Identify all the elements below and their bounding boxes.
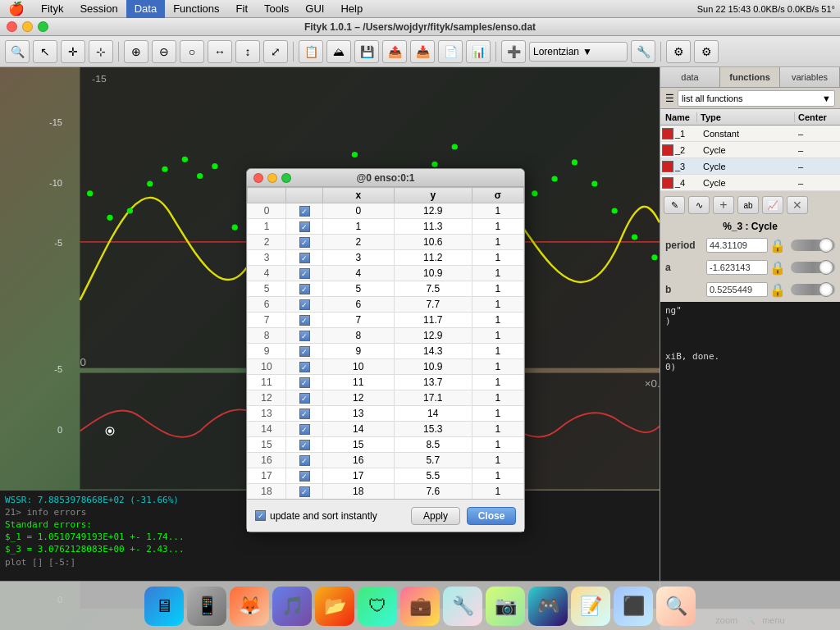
func-text-btn[interactable]: ab (737, 196, 759, 214)
update-sort-checkbox[interactable]: ✓ (255, 510, 266, 521)
tool-zoom-all[interactable]: ⤢ (263, 40, 288, 63)
row-checkbox[interactable]: ✓ (286, 359, 322, 375)
func-row-1[interactable]: _1 Constant – (660, 126, 840, 142)
function-type-combo[interactable]: Lorentzian ▼ (529, 42, 628, 62)
table-row[interactable]: 0 ✓ 0 12.9 1 (248, 203, 524, 219)
tool-import[interactable]: 📥 (410, 40, 435, 63)
modal-maximize-btn[interactable] (281, 173, 291, 183)
param-b-slider[interactable] (791, 284, 835, 295)
table-row[interactable]: 14 ✓ 14 15.3 1 (248, 422, 524, 437)
tool-settings2[interactable]: ⚙ (694, 40, 719, 63)
dock-app7[interactable]: 💼 (400, 587, 440, 626)
menu-fityk[interactable]: Fityk (33, 0, 71, 18)
row-checkbox[interactable]: ✓ (286, 484, 322, 500)
dock-finder[interactable]: 🖥 (144, 587, 184, 626)
row-checkbox[interactable]: ✓ (286, 281, 322, 297)
table-row[interactable]: 4 ✓ 4 10.9 1 (248, 266, 524, 281)
func-row-3[interactable]: _3 Cycle – (660, 158, 840, 175)
row-checkbox[interactable]: ✓ (286, 235, 322, 250)
maximize-button[interactable] (38, 21, 48, 32)
tool-script[interactable]: 📄 (438, 40, 463, 63)
table-row[interactable]: 3 ✓ 3 11.2 1 (248, 250, 524, 266)
table-row[interactable]: 13 ✓ 13 14 1 (248, 406, 524, 422)
table-row[interactable]: 7 ✓ 7 11.7 1 (248, 313, 524, 328)
row-checkbox[interactable]: ✓ (286, 297, 322, 313)
dock-app2[interactable]: 📱 (187, 587, 226, 626)
row-checkbox[interactable]: ✓ (286, 313, 322, 328)
delete-func-btn[interactable]: ✕ (787, 196, 808, 214)
tool-zoom-in[interactable]: ⊕ (124, 40, 148, 63)
row-checkbox[interactable]: ✓ (286, 203, 322, 219)
table-row[interactable]: 6 ✓ 6 7.7 1 (248, 297, 524, 313)
tool-data[interactable]: 📋 (299, 40, 323, 63)
dock-app4[interactable]: 🎵 (272, 587, 312, 626)
apple-menu[interactable]: 🍎 (0, 1, 33, 16)
tool-select[interactable]: ⊹ (89, 40, 113, 63)
table-row[interactable]: 5 ✓ 5 7.5 1 (248, 281, 524, 297)
tool-chart[interactable]: 📊 (466, 40, 491, 63)
add-func-btn[interactable]: + (713, 196, 734, 214)
close-button[interactable] (7, 21, 17, 32)
dock-app13[interactable]: 🔍 (656, 587, 696, 626)
close-button[interactable]: Close (467, 507, 516, 525)
row-checkbox[interactable]: ✓ (286, 453, 322, 468)
dock-app6[interactable]: 🛡 (358, 587, 397, 626)
table-row[interactable]: 8 ✓ 8 12.9 1 (248, 328, 524, 344)
tool-settings1[interactable]: ⚙ (666, 40, 691, 63)
table-row[interactable]: 9 ✓ 9 14.3 1 (248, 344, 524, 359)
param-period-lock-icon[interactable]: 🔒 (769, 238, 786, 253)
row-checkbox[interactable]: ✓ (286, 219, 322, 235)
table-row[interactable]: 12 ✓ 12 17.1 1 (248, 390, 524, 406)
data-table-wrapper[interactable]: x y σ 0 ✓ 0 12.9 1 1 ✓ 1 11.3 1 2 ✓ 2 10… (247, 187, 524, 499)
row-checkbox[interactable]: ✓ (286, 406, 322, 422)
tool-zoom-x[interactable]: ↔ (208, 40, 232, 63)
dock-app10[interactable]: 🎮 (528, 587, 568, 626)
table-row[interactable]: 17 ✓ 17 5.5 1 (248, 468, 524, 484)
param-a-value[interactable]: -1.623143 (706, 260, 768, 275)
apply-button[interactable]: Apply (411, 507, 460, 525)
menu-gui[interactable]: GUI (297, 0, 332, 18)
tool-wrench[interactable]: 🔧 (631, 40, 655, 63)
param-a-slider[interactable] (791, 262, 835, 273)
row-checkbox[interactable]: ✓ (286, 422, 322, 437)
table-row[interactable]: 2 ✓ 2 10.6 1 (248, 235, 524, 250)
tool-zoom-fit[interactable]: 🔍 (5, 40, 30, 63)
func-wave-btn[interactable]: ∿ (688, 196, 710, 214)
tool-zoom-y[interactable]: ↕ (235, 40, 260, 63)
row-checkbox[interactable]: ✓ (286, 375, 322, 390)
func-row-4[interactable]: _4 Cycle – (660, 175, 840, 191)
row-checkbox[interactable]: ✓ (286, 344, 322, 359)
dock-app8[interactable]: 🔧 (443, 587, 482, 626)
table-row[interactable]: 15 ✓ 15 8.5 1 (248, 437, 524, 453)
menu-session[interactable]: Session (71, 0, 126, 18)
param-a-lock-icon[interactable]: 🔒 (769, 260, 786, 276)
tab-data[interactable]: data (660, 67, 720, 87)
param-period-slider[interactable] (791, 240, 835, 251)
tool-peak[interactable]: ⛰ (326, 40, 351, 63)
row-checkbox[interactable]: ✓ (286, 328, 322, 344)
dock-app11[interactable]: 📝 (571, 587, 610, 626)
menu-tools[interactable]: Tools (256, 0, 297, 18)
menu-data[interactable]: Data (126, 0, 165, 18)
tool-zoom-out[interactable]: ⊖ (152, 40, 176, 63)
dock-app9[interactable]: 📷 (486, 587, 525, 626)
tool-save[interactable]: 💾 (354, 40, 379, 63)
table-row[interactable]: 16 ✓ 16 5.7 1 (248, 453, 524, 468)
dock-app5[interactable]: 📂 (315, 587, 354, 626)
menu-fit[interactable]: Fit (228, 0, 256, 18)
modal-minimize-btn[interactable] (267, 173, 277, 183)
row-checkbox[interactable]: ✓ (286, 250, 322, 266)
param-b-lock-icon[interactable]: 🔒 (769, 282, 786, 298)
tool-add-peak[interactable]: ➕ (501, 40, 526, 63)
edit-func-btn[interactable]: ✎ (664, 196, 685, 214)
func-list-dropdown[interactable]: list all functions ▼ (678, 90, 835, 107)
tab-variables[interactable]: variables (780, 67, 840, 87)
table-row[interactable]: 1 ✓ 1 11.3 1 (248, 219, 524, 235)
row-checkbox[interactable]: ✓ (286, 266, 322, 281)
menu-functions[interactable]: Functions (165, 0, 227, 18)
tab-functions[interactable]: functions (720, 67, 780, 87)
row-checkbox[interactable]: ✓ (286, 437, 322, 453)
table-row[interactable]: 18 ✓ 18 7.6 1 (248, 484, 524, 500)
dock-terminal[interactable]: ⬛ (614, 587, 653, 626)
param-period-value[interactable]: 44.31109 (706, 238, 768, 253)
